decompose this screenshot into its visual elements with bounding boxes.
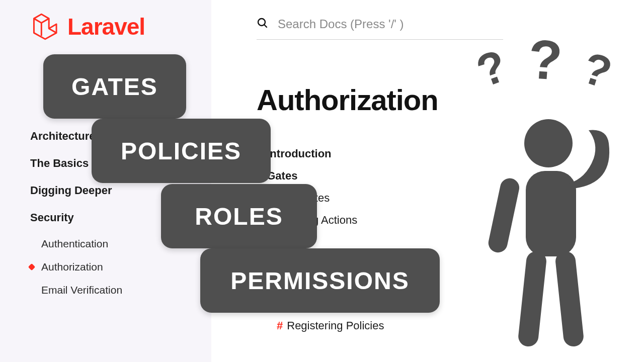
toc-label: Registering Policies xyxy=(287,319,384,332)
brand-name: Laravel xyxy=(67,13,145,40)
overlay-card-permissions: PERMISSIONS xyxy=(200,248,440,313)
confused-figure-icon: ? ? ? xyxy=(468,58,634,359)
laravel-logo-icon xyxy=(30,11,61,42)
svg-rect-4 xyxy=(487,176,521,254)
sidebar-subitem-authorization[interactable]: Authorization xyxy=(36,255,211,279)
toc-label: Gates xyxy=(267,169,297,183)
search-input[interactable] xyxy=(278,17,503,31)
svg-rect-6 xyxy=(554,250,585,347)
svg-line-1 xyxy=(264,25,267,27)
svg-rect-3 xyxy=(526,171,576,256)
overlay-card-gates: GATES xyxy=(43,54,186,119)
hash-icon: # xyxy=(277,319,283,332)
svg-rect-5 xyxy=(517,250,547,347)
sidebar-subitem-email-verification[interactable]: Email Verification xyxy=(36,279,211,302)
svg-point-2 xyxy=(524,119,573,167)
search-icon xyxy=(257,17,269,31)
brand-logo[interactable]: Laravel xyxy=(30,11,211,42)
toc-label: Introduction xyxy=(267,147,331,160)
stick-figure-icon xyxy=(473,113,629,354)
question-mark-icon: ? xyxy=(526,27,565,93)
overlay-card-roles: ROLES xyxy=(161,184,317,248)
search-bar[interactable] xyxy=(257,17,503,40)
overlay-card-policies: POLICIES xyxy=(92,119,271,183)
